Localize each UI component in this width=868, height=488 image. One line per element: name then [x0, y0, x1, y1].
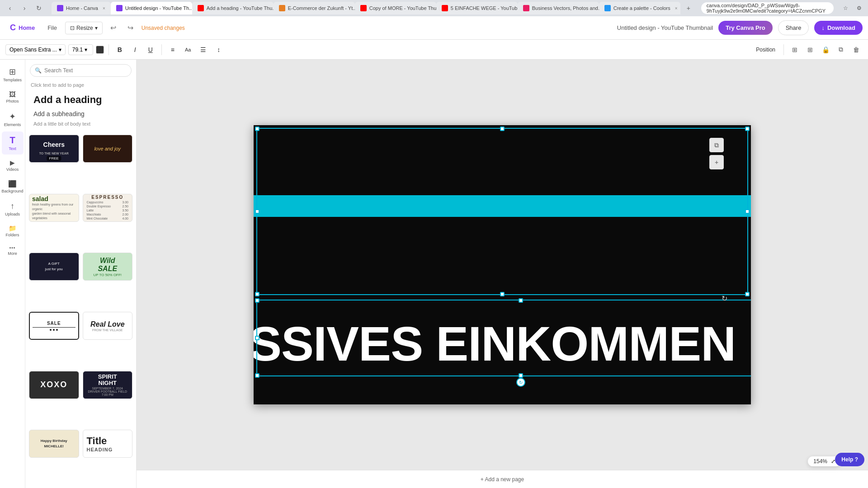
divider: [783, 44, 784, 55]
text-color-picker[interactable]: [96, 46, 104, 54]
template-card-spirit-night[interactable]: SPIRITNIGHT SEPTEMBER 7, 2024DRIVER FOOT…: [83, 371, 133, 399]
template-card-gift[interactable]: A GIFTjust for you: [29, 253, 79, 281]
template-card-happy-birthday[interactable]: Happy BirthdayMICHELLE!: [29, 430, 79, 458]
undo-button[interactable]: ↩: [107, 22, 120, 34]
address-bar[interactable]: canva.com/design/DAD_P_pWSsw/Wgy8-9hTuyj…: [701, 2, 834, 14]
tab-create-palette[interactable]: Create a palette - Coolors ×: [599, 2, 680, 14]
chevron-down-icon: ▾: [59, 47, 61, 53]
share-button[interactable]: Share: [778, 20, 809, 35]
underline-button[interactable]: U: [144, 43, 157, 56]
folders-icon: 📁: [9, 225, 16, 232]
italic-button[interactable]: I: [129, 43, 142, 56]
browser-extensions-icon[interactable]: ⚙: [854, 3, 864, 14]
trash-button[interactable]: 🗑: [850, 43, 863, 56]
browser-controls: ‹ › ↻: [4, 2, 45, 14]
sidebar-item-text[interactable]: T Text: [2, 131, 24, 155]
tab-add-heading[interactable]: Add a heading - YouTube Thu... ×: [192, 2, 274, 14]
template-card-sale[interactable]: SALE: [29, 312, 79, 340]
forward-button[interactable]: ›: [18, 2, 31, 14]
sidebar-item-uploads[interactable]: ↑ Uploads: [2, 198, 24, 220]
reload-button[interactable]: ↻: [33, 2, 45, 14]
left-panel: 🔍 Click text to add to page Add a headin…: [25, 60, 137, 488]
download-button[interactable]: ↓ Download: [814, 21, 863, 35]
font-family-selector[interactable]: Open Sans Extra ... ▾: [5, 44, 66, 55]
new-tab-button[interactable]: +: [682, 2, 695, 14]
browser-bookmark-icon[interactable]: ☆: [840, 3, 851, 14]
handle-top-mid[interactable]: [519, 298, 523, 303]
redo-button[interactable]: ↪: [124, 22, 137, 34]
tab-favicon: [279, 5, 285, 11]
search-input[interactable]: [44, 67, 127, 74]
template-card-salad[interactable]: salad fresh healthy greens from our orga…: [29, 194, 79, 222]
position-button[interactable]: Position: [752, 45, 779, 55]
sidebar-item-templates[interactable]: ⊞ Templates: [2, 63, 24, 86]
crop-button[interactable]: ⊞: [788, 43, 801, 56]
sidebar-item-photos[interactable]: 🖼 Photos: [2, 87, 24, 107]
sidebar-item-background[interactable]: ⬛ Background: [2, 176, 24, 197]
add-heading-button[interactable]: Add a heading: [30, 91, 132, 108]
design-canvas[interactable]: SSIVES EINKOMMEN ↻ ⧉: [254, 125, 751, 404]
sidebar-item-folders[interactable]: 📁 Folders: [2, 221, 24, 241]
sidebar-item-videos[interactable]: ▶ Videos: [2, 155, 24, 175]
handle-bottom-left[interactable]: [255, 292, 259, 296]
handle-bottom-right[interactable]: [745, 292, 750, 296]
copy-button[interactable]: ⧉: [835, 43, 847, 56]
resize-button[interactable]: ⊡ Resize ▾: [65, 22, 103, 34]
tab-ecommerce[interactable]: E-Commerce der Zukunft - Yt... ×: [274, 2, 355, 14]
canvas-add-button[interactable]: +: [709, 155, 724, 169]
list-button[interactable]: ☰: [197, 43, 210, 56]
template-card-xoxo[interactable]: XOXO: [29, 371, 79, 399]
handle-bottom-left[interactable]: [255, 373, 259, 378]
videos-icon: ▶: [10, 159, 15, 166]
sidebar-item-more[interactable]: ••• More: [2, 242, 24, 259]
template-card-wild-sale[interactable]: WildSALE UP TO 50% OFF!: [83, 253, 133, 281]
back-button[interactable]: ‹: [4, 2, 16, 14]
tab-untitled-design[interactable]: Untitled design - YouTube Th... ×: [111, 2, 192, 14]
download-icon: ↓: [821, 24, 825, 31]
template-card-title-heading[interactable]: Title HEADING: [83, 430, 133, 458]
tab-copy-more[interactable]: Copy of MORE - YouTube Thu... ×: [355, 2, 436, 14]
browser-bar: ‹ › ↻ Home - Canva × Untitled design - Y…: [0, 0, 868, 16]
add-page-button[interactable]: + Add a new page: [137, 470, 868, 488]
resize-icon: ⊡: [70, 25, 75, 31]
handle-top-left[interactable]: [255, 298, 259, 303]
sidebar-item-elements[interactable]: ✦ Elements: [2, 108, 24, 131]
tab-business-vectors[interactable]: Business Vectors, Photos and... ×: [518, 2, 599, 14]
design-title: Untitled design - YouTube Thumbnail: [617, 24, 713, 31]
lock-button[interactable]: 🔒: [819, 43, 832, 56]
rotate-handle[interactable]: ↻: [516, 378, 525, 387]
handle-top-mid[interactable]: [500, 127, 505, 131]
refresh-icon[interactable]: ↻: [722, 294, 727, 303]
grid-button[interactable]: ⊞: [804, 43, 816, 56]
template-card-love-joy[interactable]: love and joy: [83, 135, 133, 163]
uploads-icon: ↑: [10, 202, 14, 211]
align-button[interactable]: ≡: [166, 43, 179, 56]
bold-button[interactable]: B: [113, 43, 126, 56]
file-button[interactable]: File: [44, 22, 61, 34]
tab-close-button[interactable]: ×: [103, 6, 105, 11]
try-canva-pro-button[interactable]: Try Canva Pro: [718, 21, 772, 35]
handle-bottom-mid[interactable]: [519, 373, 523, 378]
case-button[interactable]: Aa: [182, 43, 194, 56]
template-card-cheers[interactable]: CheersTO THE NEW YEAR FREE: [29, 135, 79, 163]
tab-close-button[interactable]: ×: [675, 6, 678, 11]
template-card-espresso[interactable]: ESPRESSO Cappuccino3.00 Double Espresso2…: [83, 194, 133, 222]
help-button[interactable]: Help ?: [835, 453, 864, 466]
canvas-copy-button[interactable]: ⧉: [709, 138, 724, 152]
chevron-down-icon: ▾: [85, 47, 87, 53]
tab-home-canva[interactable]: Home - Canva ×: [52, 2, 111, 14]
main-layout: ⊞ Templates 🖼 Photos ✦ Elements T Text ▶…: [0, 60, 868, 488]
font-size-selector[interactable]: 79.1 ▾: [68, 44, 93, 55]
add-body-button[interactable]: Add a little bit of body text: [30, 119, 132, 128]
handle-top-right[interactable]: [745, 127, 750, 131]
search-box[interactable]: 🔍: [30, 64, 132, 77]
home-button[interactable]: C Home: [5, 20, 39, 35]
handle-top-left[interactable]: [255, 127, 259, 131]
add-subheading-button[interactable]: Add a subheading: [30, 108, 132, 119]
browser-icons: ☆ ⚙: [840, 3, 864, 14]
tab-5-einfache[interactable]: 5 EINFACHE WEGE - YouTub... ×: [436, 2, 518, 14]
spacing-button[interactable]: ↕: [212, 43, 225, 56]
main-canvas-text[interactable]: SSIVES EINKOMMEN: [254, 319, 742, 368]
template-card-real-love[interactable]: Real Love FROM THE VILLAGE: [83, 312, 133, 340]
handle-bottom-mid[interactable]: [500, 292, 505, 296]
